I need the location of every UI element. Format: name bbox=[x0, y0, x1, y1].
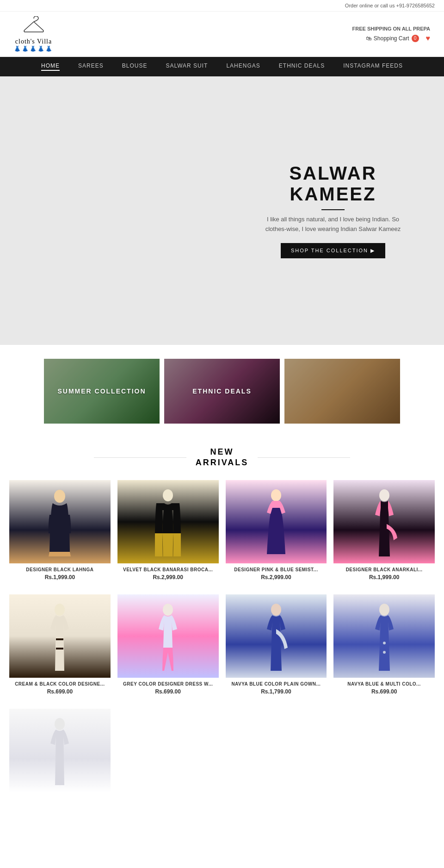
product-image-7 bbox=[226, 594, 327, 678]
free-shipping-text: FREE SHIPPING ON ALL PREPA bbox=[352, 26, 431, 31]
products-grid-row1: DESIGNER BLACK LAHNGA Rs.1,999.00 VELVET… bbox=[0, 473, 444, 587]
main-nav: HOME SAREES BLOUSE SALWAR SUIT LAHENGAS … bbox=[0, 57, 444, 76]
nav-blouse[interactable]: BLOUSE bbox=[122, 62, 148, 71]
product-image-5 bbox=[9, 594, 111, 678]
hero-divider bbox=[321, 209, 345, 210]
product-card-1[interactable]: DESIGNER BLACK LAHNGA Rs.1,999.00 bbox=[9, 480, 111, 581]
cart-label: Shopping Cart bbox=[374, 35, 409, 42]
product-price-8: Rs.699.00 bbox=[333, 688, 435, 695]
cart-button[interactable]: 🛍 Shopping Cart 0 bbox=[366, 35, 419, 42]
product-price-5: Rs.699.00 bbox=[9, 688, 111, 695]
collection-third[interactable] bbox=[284, 359, 400, 424]
product-image-2 bbox=[117, 480, 219, 563]
product-card-8[interactable]: NAVYA BLUE & MULTI COLO... Rs.699.00 bbox=[333, 594, 435, 695]
hero-content: SALWAR KAMEEZ I like all things natural,… bbox=[259, 163, 407, 259]
svg-rect-6 bbox=[56, 638, 63, 640]
nav-ethnic-deals[interactable]: ETHNIC DEALS bbox=[279, 62, 325, 71]
product-card-9[interactable] bbox=[9, 709, 111, 796]
product-image-3 bbox=[226, 480, 327, 563]
product-price-3: Rs.2,999.00 bbox=[226, 574, 327, 581]
svg-point-13 bbox=[55, 718, 65, 730]
product-price-4: Rs.1,999.00 bbox=[333, 574, 435, 581]
svg-rect-7 bbox=[56, 648, 63, 649]
svg-point-11 bbox=[383, 642, 386, 644]
logo[interactable]: cloth's Villa 👗👗👗👗👗 bbox=[14, 16, 53, 52]
hero-title: SALWAR KAMEEZ bbox=[259, 163, 407, 205]
product-name-8: NAVYA BLUE & MULTI COLO... bbox=[333, 681, 435, 687]
product-price-7: Rs.1,799.00 bbox=[226, 688, 327, 695]
collection-summer-label: SUMMER COLLECTION bbox=[57, 387, 146, 395]
svg-point-9 bbox=[271, 604, 281, 616]
title-line-right bbox=[258, 457, 350, 458]
product-name-4: DESIGNER BLACK ANARKALI... bbox=[333, 567, 435, 572]
product-image-4 bbox=[333, 480, 435, 563]
header: cloth's Villa 👗👗👗👗👗 FREE SHIPPING ON ALL… bbox=[0, 12, 444, 57]
nav-home[interactable]: HOME bbox=[41, 62, 60, 71]
svg-point-8 bbox=[163, 604, 173, 616]
product-image-1 bbox=[9, 480, 111, 563]
product-name-5: CREAM & BLACK COLOR DESIGNE... bbox=[9, 681, 111, 687]
shop-collection-button[interactable]: SHOP THE COLLECTION ▶ bbox=[281, 243, 385, 258]
product-image-6 bbox=[117, 594, 219, 678]
svg-rect-3 bbox=[272, 501, 280, 508]
product-card-5[interactable]: CREAM & BLACK COLOR DESIGNE... Rs.699.00 bbox=[9, 594, 111, 695]
header-right: FREE SHIPPING ON ALL PREPA 🛍 Shopping Ca… bbox=[352, 26, 431, 43]
nav-sarees[interactable]: SAREES bbox=[78, 62, 104, 71]
product-image-8 bbox=[333, 594, 435, 678]
product-card-3[interactable]: DESIGNER PINK & BLUE SEMIST... Rs.2,999.… bbox=[226, 480, 327, 581]
svg-point-0 bbox=[54, 490, 65, 503]
logo-name: cloth's Villa bbox=[15, 38, 52, 45]
svg-point-1 bbox=[163, 489, 173, 501]
svg-point-2 bbox=[271, 489, 281, 501]
product-card-2[interactable]: VELVET BLACK BANARASI BROCA... Rs.2,999.… bbox=[117, 480, 219, 581]
product-price-1: Rs.1,999.00 bbox=[9, 574, 111, 581]
products-grid-row3 bbox=[0, 702, 444, 803]
product-name-1: DESIGNER BLACK LAHNGA bbox=[9, 567, 111, 572]
nav-lahengas[interactable]: LAHENGAS bbox=[226, 62, 260, 71]
section-title: NEWARRIVALS bbox=[196, 447, 249, 468]
collection-summer[interactable]: SUMMER COLLECTION bbox=[44, 359, 160, 424]
logo-icons: 👗👗👗👗👗 bbox=[14, 45, 53, 52]
header-actions: 🛍 Shopping Cart 0 ♥ bbox=[366, 34, 430, 43]
product-name-3: DESIGNER PINK & BLUE SEMIST... bbox=[226, 567, 327, 572]
product-price-6: Rs.699.00 bbox=[117, 688, 219, 695]
product-card-4[interactable]: DESIGNER BLACK ANARKALI... Rs.1,999.00 bbox=[333, 480, 435, 581]
hanger-icon bbox=[22, 16, 45, 38]
contact-text: Order online or call us +91-9726585652 bbox=[345, 3, 435, 8]
top-bar: Order online or call us +91-9726585652 bbox=[0, 0, 444, 12]
products-grid-row2: CREAM & BLACK COLOR DESIGNE... Rs.699.00… bbox=[0, 587, 444, 702]
nav-instagram-feeds[interactable]: INSTAGRAM FEEDS bbox=[343, 62, 403, 71]
new-arrivals-header: NEWARRIVALS bbox=[0, 437, 444, 473]
cart-count: 0 bbox=[412, 35, 419, 42]
product-price-2: Rs.2,999.00 bbox=[117, 574, 219, 581]
product-card-7[interactable]: NAVYA BLUE COLOR PLAIN GOWN... Rs.1,799.… bbox=[226, 594, 327, 695]
wishlist-button[interactable]: ♥ bbox=[426, 34, 431, 43]
collection-ethnic[interactable]: ETHNIC DEALS bbox=[164, 359, 280, 424]
svg-point-4 bbox=[379, 489, 389, 501]
product-name-6: GREY COLOR DESIGNER DRESS W... bbox=[117, 681, 219, 687]
svg-point-10 bbox=[379, 604, 389, 616]
hero-subtitle: I like all things natural, and I love be… bbox=[259, 215, 407, 234]
product-card-6[interactable]: GREY COLOR DESIGNER DRESS W... Rs.699.00 bbox=[117, 594, 219, 695]
svg-point-5 bbox=[55, 604, 65, 616]
product-name-7: NAVYA BLUE COLOR PLAIN GOWN... bbox=[226, 681, 327, 687]
hero-section: SALWAR KAMEEZ I like all things natural,… bbox=[0, 76, 444, 345]
product-image-9 bbox=[9, 709, 111, 792]
product-name-2: VELVET BLACK BANARASI BROCA... bbox=[117, 567, 219, 572]
svg-point-12 bbox=[383, 651, 386, 654]
nav-salwar-suit[interactable]: SALWAR SUIT bbox=[166, 62, 208, 71]
collections-row: SUMMER COLLECTION ETHNIC DEALS bbox=[0, 345, 444, 437]
title-line-left bbox=[94, 457, 186, 458]
collection-ethnic-label: ETHNIC DEALS bbox=[192, 387, 251, 395]
cart-icon: 🛍 bbox=[366, 35, 371, 42]
